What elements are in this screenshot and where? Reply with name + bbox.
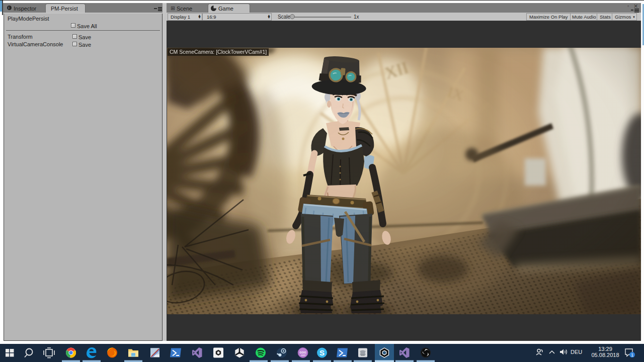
- svg-text:05.08.2018: 05.08.2018: [591, 352, 619, 358]
- svg-text:.com: .com: [300, 354, 305, 356]
- svg-text:S: S: [319, 348, 325, 357]
- svg-text:13:29: 13:29: [598, 346, 612, 352]
- svg-text:DEU: DEU: [571, 349, 582, 355]
- svg-text:GOG: GOG: [300, 351, 306, 354]
- svg-text:1: 1: [631, 352, 633, 357]
